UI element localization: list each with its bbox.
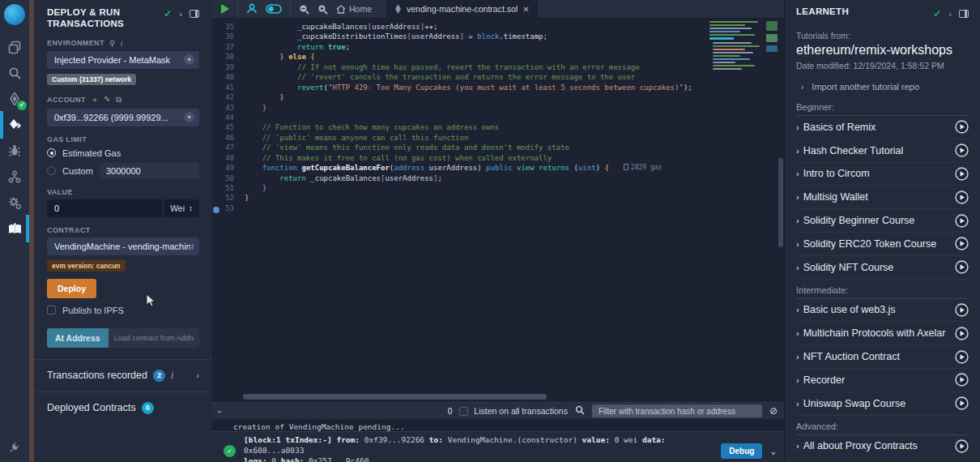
minimap[interactable] xyxy=(708,18,778,89)
tutorial-item[interactable]: ›Hash Checker Tutorial xyxy=(796,139,969,163)
code-line[interactable]: 44 xyxy=(212,113,784,122)
tutorial-item[interactable]: ›Uniswap Swap Course xyxy=(796,392,969,416)
code-line[interactable]: 35 _cupcakeBalances[userAddress]++; xyxy=(212,22,784,32)
tutorial-item[interactable]: ›Solidity ERC20 Token Course xyxy=(796,233,969,256)
estimated-gas-radio[interactable] xyxy=(47,148,56,157)
code-line[interactable]: 52} xyxy=(212,193,784,203)
transactions-expand-icon[interactable]: › xyxy=(196,370,199,380)
learneth-book-icon[interactable] xyxy=(0,216,29,241)
zoom-in-icon[interactable] xyxy=(317,4,328,15)
environment-chevron-icon[interactable]: ▾ xyxy=(184,54,194,65)
editor-horizontal-scrollbar[interactable] xyxy=(243,394,547,400)
import-tutorial-repo-link[interactable]: › Import another tutorial repo xyxy=(801,82,969,92)
tutorial-item[interactable]: ›NFT Auction Contract xyxy=(796,345,969,369)
value-unit-select[interactable]: Wei ▲▼ xyxy=(163,199,199,217)
tutorial-item[interactable]: ›Recorder xyxy=(796,369,969,392)
transactions-recorded-row[interactable]: Transactions recorded 2 i › xyxy=(47,370,199,382)
code-line[interactable]: 42 } xyxy=(212,92,784,102)
contract-select[interactable]: VendingMachine - vending-machin ▲▼ xyxy=(47,237,199,255)
estimated-gas-option[interactable]: Estimated Gas xyxy=(47,148,199,158)
play-tutorial-icon[interactable] xyxy=(955,214,969,228)
transactions-info-icon[interactable]: i xyxy=(171,370,173,382)
code-line[interactable]: 41 revert("HTTP 429: Too Many Cupcakes (… xyxy=(212,83,784,92)
tutorial-item[interactable]: ›Solidity Beginner Course xyxy=(796,209,969,233)
play-tutorial-icon[interactable] xyxy=(955,327,969,340)
code-line[interactable]: 51 } xyxy=(212,183,784,193)
run-script-icon[interactable] xyxy=(220,4,229,14)
play-tutorial-icon[interactable] xyxy=(955,143,969,157)
listen-checkbox[interactable] xyxy=(459,407,468,416)
environment-select[interactable]: Injected Provider - MetaMask ▾ xyxy=(47,51,199,69)
terminal-filter-input[interactable] xyxy=(592,404,762,417)
value-input[interactable] xyxy=(47,199,163,217)
code-line[interactable]: 50 return _cupcakeBalances[userAddress]; xyxy=(212,173,784,183)
custom-gas-input[interactable] xyxy=(100,163,199,179)
learneth-expand-icon[interactable]: › xyxy=(948,9,952,19)
code-line[interactable]: 36 _cupcakeDistributionTimes[userAddress… xyxy=(212,32,784,41)
code-editor[interactable]: 35 _cupcakeBalances[userAddress]++;36 _c… xyxy=(212,18,784,402)
debug-button[interactable]: Debug xyxy=(721,443,762,459)
environment-info-icon[interactable]: i xyxy=(121,39,123,48)
code-line[interactable]: 53 xyxy=(212,203,784,213)
tx-expand-chevron-icon[interactable]: ⌄ xyxy=(770,446,776,456)
play-tutorial-icon[interactable] xyxy=(955,167,969,181)
play-tutorial-icon[interactable] xyxy=(955,237,969,250)
code-line[interactable]: 43 } xyxy=(212,103,784,113)
code-line[interactable]: 48 // This makes it free to call (no gas… xyxy=(212,153,784,163)
settings-icon[interactable] xyxy=(0,190,29,215)
tab-vending-machine-contract[interactable]: vending-machine-contract.sol ✕ xyxy=(386,0,538,18)
code-line[interactable]: 37 return true; xyxy=(212,42,784,52)
code-line[interactable]: 49 function getCupcakeBalanceFor(address… xyxy=(212,163,784,173)
tutorial-item[interactable]: ›Deploy with Libraries xyxy=(796,458,969,462)
play-tutorial-icon[interactable] xyxy=(955,120,969,134)
tutorial-item[interactable]: ›Multisig Wallet xyxy=(796,186,969,209)
deployed-contracts-row[interactable]: Deployed Contracts 0 xyxy=(47,402,199,414)
play-tutorial-icon[interactable] xyxy=(955,439,969,453)
file-explorer-icon[interactable] xyxy=(0,35,29,59)
tutorial-item[interactable]: ›Multichain Protocols with Axelar xyxy=(796,322,969,345)
learneth-pin-icon[interactable] xyxy=(959,10,969,18)
edit-account-icon[interactable]: ✎ xyxy=(104,95,111,104)
transaction-log-row[interactable]: ✓ [block:1 txIndex:-] from: 0xf39...9226… xyxy=(212,431,784,462)
panel-expand-icon[interactable]: › xyxy=(179,9,182,19)
home-button[interactable]: Home xyxy=(336,4,372,14)
tab-close-icon[interactable]: ✕ xyxy=(522,5,529,14)
solidity-compiler-icon[interactable]: ✓ xyxy=(0,87,29,111)
add-account-icon[interactable]: ＋ xyxy=(91,94,99,105)
listen-all-transactions-option[interactable]: Listen on all transactions xyxy=(459,406,568,416)
at-address-input[interactable] xyxy=(109,328,199,348)
plugin-manager-plug-icon[interactable] xyxy=(0,434,29,459)
tutorial-item[interactable]: ›Basic use of web3.js xyxy=(796,299,969,323)
code-line[interactable]: 45 // Function to check how many cupcake… xyxy=(212,122,784,132)
play-tutorial-icon[interactable] xyxy=(955,303,969,317)
code-line[interactable]: 40 // 'revert' cancels the transaction a… xyxy=(212,72,784,82)
deploy-run-icon[interactable] xyxy=(0,113,29,137)
clear-console-icon[interactable]: ⊘ xyxy=(769,405,778,417)
account-chevron-icon[interactable]: ▾ xyxy=(184,112,194,122)
play-tutorial-icon[interactable] xyxy=(955,373,969,387)
tutorial-item[interactable]: ›All about Proxy Contracts xyxy=(796,435,969,459)
publish-ipfs-option[interactable]: Publish to IPFS xyxy=(47,306,199,315)
search-icon[interactable] xyxy=(0,61,29,85)
copilot-toggle-icon[interactable] xyxy=(266,4,282,14)
custom-gas-radio[interactable] xyxy=(47,166,56,175)
custom-gas-option[interactable]: Custom xyxy=(47,163,199,179)
code-line[interactable]: 39 // If not enough time has passed, rev… xyxy=(212,62,784,72)
zoom-out-icon[interactable] xyxy=(299,4,309,15)
editor-annotation-dot[interactable] xyxy=(213,207,219,213)
tutorial-item[interactable]: ›Basics of Remix xyxy=(796,116,969,139)
debugger-icon[interactable] xyxy=(0,139,29,163)
panel-pin-icon[interactable] xyxy=(190,10,199,18)
tutorial-item[interactable]: ›Solidity NFT Course xyxy=(796,256,969,280)
play-tutorial-icon[interactable] xyxy=(955,396,969,410)
terminal-expand-icon[interactable]: ›› xyxy=(215,410,224,412)
account-select[interactable]: 0xf39...92266 (9999.99929... ▾ xyxy=(47,109,199,126)
play-tutorial-icon[interactable] xyxy=(955,190,969,204)
play-tutorial-icon[interactable] xyxy=(955,350,969,364)
at-address-button[interactable]: At Address xyxy=(47,328,109,348)
copy-account-icon[interactable]: ⧉ xyxy=(116,95,122,105)
remix-ai-copilot-icon[interactable] xyxy=(246,3,258,15)
editor-vertical-scrollbar[interactable] xyxy=(778,158,783,247)
code-line[interactable]: 46 // 'public' means anyone can call thi… xyxy=(212,133,784,143)
publish-ipfs-checkbox[interactable] xyxy=(47,306,56,314)
